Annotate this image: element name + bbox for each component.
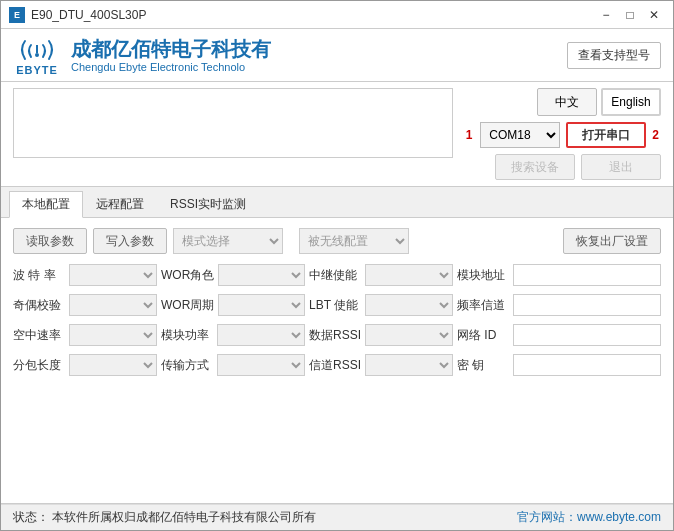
wireless-config-select[interactable]: 被无线配置: [299, 228, 409, 254]
wor-role-select[interactable]: [218, 264, 305, 286]
param-baud-rate: 波 特 率: [13, 264, 157, 286]
wor-role-label: WOR角色: [161, 267, 214, 284]
param-channel-rssi: 信道RSSI: [309, 354, 453, 376]
param-parity: 奇偶校验: [13, 294, 157, 316]
tab-local-config[interactable]: 本地配置: [9, 191, 83, 218]
transfer-mode-select[interactable]: [217, 354, 305, 376]
minimize-button[interactable]: −: [595, 5, 617, 25]
baud-rate-label: 波 特 率: [13, 267, 65, 284]
lbt-enable-label: LBT 使能: [309, 297, 361, 314]
status-bar: 状态： 本软件所属权归成都亿佰特电子科技有限公司所有 官方网站：www.ebyt…: [1, 504, 673, 530]
relay-enable-select[interactable]: [365, 264, 453, 286]
param-grid: 波 特 率 WOR角色 中继使能 模块地址 奇偶校验 WOR周期: [13, 264, 661, 376]
open-port-button[interactable]: 打开串口: [566, 122, 646, 148]
logo-area: EBYTE 成都亿佰特电子科技有 Chengdu Ebyte Electroni…: [13, 37, 271, 73]
badge-2: 2: [652, 128, 659, 142]
website-label: 官方网站：www.ebyte.com: [517, 509, 661, 526]
data-rssi-label: 数据RSSI: [309, 327, 361, 344]
ebyte-logo-text: EBYTE: [16, 64, 58, 76]
title-bar: E E90_DTU_400SL30P − □ ✕: [1, 1, 673, 29]
network-id-input[interactable]: [513, 324, 661, 346]
action-row: 搜索设备 退出: [461, 154, 661, 180]
signal-icon: [17, 35, 57, 64]
key-label: 密 钥: [457, 357, 509, 374]
app-icon: E: [9, 7, 25, 23]
badge-1: 1: [466, 128, 473, 142]
write-params-button[interactable]: 写入参数: [93, 228, 167, 254]
restore-factory-button[interactable]: 恢复出厂设置: [563, 228, 661, 254]
logo-title: 成都亿佰特电子科技有 Chengdu Ebyte Electronic Tech…: [71, 37, 271, 73]
data-rssi-select[interactable]: [365, 324, 453, 346]
air-rate-label: 空中速率: [13, 327, 65, 344]
key-input[interactable]: [513, 354, 661, 376]
exit-button[interactable]: 退出: [581, 154, 661, 180]
network-id-label: 网络 ID: [457, 327, 509, 344]
parity-label: 奇偶校验: [13, 297, 65, 314]
channel-rssi-select[interactable]: [365, 354, 453, 376]
support-button[interactable]: 查看支持型号: [567, 42, 661, 69]
close-button[interactable]: ✕: [643, 5, 665, 25]
lang-row: 中文 English: [461, 88, 661, 116]
freq-channel-label: 频率信道: [457, 297, 509, 314]
status-message: 本软件所属权归成都亿佰特电子科技有限公司所有: [52, 510, 316, 524]
param-relay-enable: 中继使能: [309, 264, 453, 286]
param-toolbar: 读取参数 写入参数 模式选择 被无线配置 恢复出厂设置: [13, 228, 661, 254]
transfer-mode-label: 传输方式: [161, 357, 213, 374]
svg-point-0: [35, 53, 39, 57]
channel-rssi-label: 信道RSSI: [309, 357, 361, 374]
wor-period-label: WOR周期: [161, 297, 214, 314]
port-row: 1 COM18 COM1 COM2 COM3 打开串口 2: [461, 122, 661, 148]
param-data-rssi: 数据RSSI: [309, 324, 453, 346]
log-textarea[interactable]: [13, 88, 453, 158]
param-module-addr: 模块地址: [457, 264, 661, 286]
relay-enable-label: 中继使能: [309, 267, 361, 284]
parity-select[interactable]: [69, 294, 157, 316]
lbt-enable-select[interactable]: [365, 294, 453, 316]
param-lbt-enable: LBT 使能: [309, 294, 453, 316]
module-addr-input[interactable]: [513, 264, 661, 286]
title-bar-left: E E90_DTU_400SL30P: [9, 7, 146, 23]
main-window: E E90_DTU_400SL30P − □ ✕: [0, 0, 674, 531]
port-select[interactable]: COM18 COM1 COM2 COM3: [480, 122, 560, 148]
logo-icon: EBYTE: [13, 37, 61, 73]
tab-remote-config[interactable]: 远程配置: [83, 191, 157, 217]
right-controls: 中文 English 1 COM18 COM1 COM2 COM3 打开串口 2…: [461, 88, 661, 180]
param-power: 模块功率: [161, 324, 305, 346]
param-transfer-mode: 传输方式: [161, 354, 305, 376]
wor-period-select[interactable]: [218, 294, 305, 316]
window-title: E90_DTU_400SL30P: [31, 8, 146, 22]
air-rate-select[interactable]: [69, 324, 157, 346]
param-wor-period: WOR周期: [161, 294, 305, 316]
param-wor-role: WOR角色: [161, 264, 305, 286]
param-air-rate: 空中速率: [13, 324, 157, 346]
param-freq-channel: 频率信道: [457, 294, 661, 316]
chinese-lang-button[interactable]: 中文: [537, 88, 597, 116]
search-device-button[interactable]: 搜索设备: [495, 154, 575, 180]
english-lang-button[interactable]: English: [601, 88, 661, 116]
header: EBYTE 成都亿佰特电子科技有 Chengdu Ebyte Electroni…: [1, 29, 673, 82]
freq-channel-input[interactable]: [513, 294, 661, 316]
maximize-button[interactable]: □: [619, 5, 641, 25]
power-select[interactable]: [217, 324, 305, 346]
tab-rssi-monitor[interactable]: RSSI实时监测: [157, 191, 259, 217]
module-addr-label: 模块地址: [457, 267, 509, 284]
mode-select[interactable]: 模式选择: [173, 228, 283, 254]
read-params-button[interactable]: 读取参数: [13, 228, 87, 254]
title-bar-controls: − □ ✕: [595, 5, 665, 25]
company-chinese: 成都亿佰特电子科技有: [71, 37, 271, 61]
status-label: 状态：: [13, 510, 49, 524]
param-packet-length: 分包长度: [13, 354, 157, 376]
tab-bar: 本地配置 远程配置 RSSI实时监测: [1, 187, 673, 218]
param-key: 密 钥: [457, 354, 661, 376]
packet-length-select[interactable]: [69, 354, 157, 376]
baud-rate-select[interactable]: [69, 264, 157, 286]
company-english: Chengdu Ebyte Electronic Technolo: [71, 61, 271, 73]
status-area: 状态： 本软件所属权归成都亿佰特电子科技有限公司所有: [13, 509, 316, 526]
control-panel: 中文 English 1 COM18 COM1 COM2 COM3 打开串口 2…: [1, 82, 673, 187]
main-content: 读取参数 写入参数 模式选择 被无线配置 恢复出厂设置 波 特 率 WOR角色: [1, 218, 673, 504]
packet-length-label: 分包长度: [13, 357, 65, 374]
param-network-id: 网络 ID: [457, 324, 661, 346]
power-label: 模块功率: [161, 327, 213, 344]
